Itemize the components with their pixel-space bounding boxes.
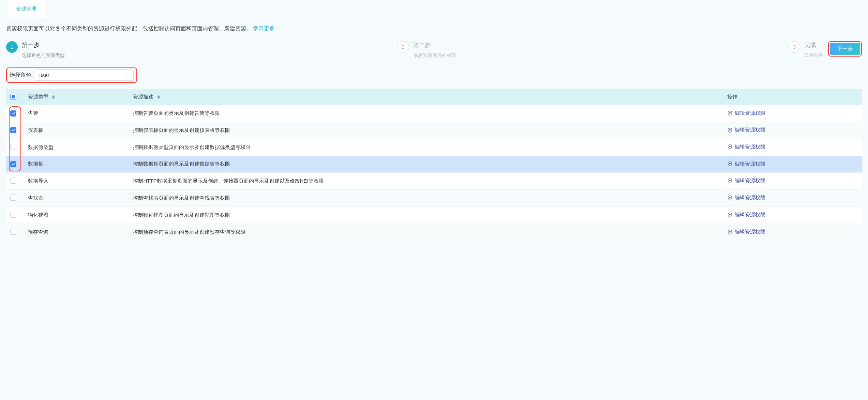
steps-row: 1 第一步 选择角色与资源类型 2 第二步 修改资源项目的权限 3 完成 显示结…	[6, 41, 862, 59]
step-2-number: 2	[398, 41, 409, 53]
row-type: 预存查询	[24, 224, 129, 241]
edit-permission-link[interactable]: 编辑资源权限	[727, 110, 765, 117]
header-checkbox-cell	[6, 89, 24, 105]
step-2: 2 第二步 修改资源项目的权限	[398, 41, 456, 59]
row-checkbox[interactable]	[10, 127, 16, 133]
table-row[interactable]: 查找表控制查找表页面的显示及创建查找表等权限编辑资源权限	[6, 190, 862, 207]
tabs: 资源管理	[6, 0, 862, 18]
svg-marker-1	[52, 97, 55, 99]
tab-resource-management[interactable]: 资源管理	[6, 0, 46, 18]
row-checkbox[interactable]	[10, 229, 16, 235]
row-checkbox[interactable]	[10, 110, 16, 117]
sort-icon	[157, 95, 160, 99]
role-select-value: user	[39, 72, 49, 78]
row-checkbox[interactable]	[10, 178, 16, 184]
row-type: 数据导入	[24, 173, 129, 190]
row-checkbox[interactable]	[10, 212, 16, 218]
row-type: 告警	[24, 105, 129, 122]
header-desc[interactable]: 资源描述	[129, 89, 723, 105]
svg-point-5	[730, 129, 731, 130]
edit-permission-link[interactable]: 编辑资源权限	[727, 127, 765, 133]
header-desc-label: 资源描述	[133, 94, 153, 99]
edit-permission-link[interactable]: 编辑资源权限	[727, 229, 765, 235]
svg-point-10	[730, 214, 731, 215]
row-checkbox[interactable]	[10, 161, 16, 167]
edit-permission-link[interactable]: 编辑资源权限	[727, 178, 765, 184]
svg-point-7	[730, 163, 731, 164]
edit-permission-link[interactable]: 编辑资源权限	[727, 144, 765, 150]
table-row[interactable]: 仪表板控制仪表板页面的显示及创建仪表板等权限编辑资源权限	[6, 122, 862, 139]
edit-permission-link[interactable]: 编辑资源权限	[727, 195, 765, 201]
header-action: 操作	[723, 89, 862, 105]
row-checkbox[interactable]	[10, 144, 16, 150]
row-desc: 控制HTTP数据采集页面的显示及创建、连接器页面的显示及创建以及修改HEI等权限	[129, 173, 723, 190]
header-type-label: 资源类型	[28, 94, 48, 99]
svg-marker-3	[157, 97, 160, 99]
learn-more-link[interactable]: 学习更多	[253, 26, 275, 31]
svg-marker-2	[157, 95, 160, 97]
row-desc: 控制物化视图页面的显示及创建视图等权限	[129, 207, 723, 224]
svg-point-4	[730, 112, 731, 113]
description-text: 资源权限页面可以对各个不同类型的资源进行权限分配，包括控制访问页面和页面内管理、…	[6, 26, 252, 31]
svg-point-11	[730, 231, 731, 232]
role-select-label: 选择角色:	[10, 72, 33, 79]
row-checkbox[interactable]	[10, 195, 16, 201]
step-1: 1 第一步 选择角色与资源类型	[6, 41, 65, 59]
sort-icon	[52, 95, 55, 99]
step-3-number: 3	[789, 41, 800, 53]
svg-point-6	[730, 146, 731, 147]
resource-table: 资源类型 资源描述 操作	[6, 89, 862, 241]
row-desc: 控制数据集页面的显示及创建数据集等权限	[129, 156, 723, 173]
edit-permission-link[interactable]: 编辑资源权限	[727, 161, 765, 167]
row-desc: 控制数据源类型页面的显示及创建数据源类型等权限	[129, 139, 723, 156]
next-button-highlight: 下一步	[828, 41, 862, 57]
step-divider	[461, 47, 784, 47]
svg-marker-0	[52, 95, 55, 97]
step-3-title: 完成	[804, 41, 823, 49]
row-type: 仪表板	[24, 122, 129, 139]
next-step-button[interactable]: 下一步	[830, 43, 860, 55]
row-type: 数据集	[24, 156, 129, 173]
select-all-checkbox[interactable]	[10, 94, 16, 100]
step-1-number: 1	[6, 41, 18, 53]
table-row[interactable]: 数据集控制数据集页面的显示及创建数据集等权限编辑资源权限	[6, 156, 862, 173]
step-divider	[70, 47, 393, 47]
row-desc: 控制查找表页面的显示及创建查找表等权限	[129, 190, 723, 207]
table-row[interactable]: 数据导入控制HTTP数据采集页面的显示及创建、连接器页面的显示及创建以及修改HE…	[6, 173, 862, 190]
resource-table-wrapper: 资源类型 资源描述 操作	[6, 89, 862, 241]
edit-permission-link[interactable]: 编辑资源权限	[727, 212, 765, 218]
row-type: 数据源类型	[24, 139, 129, 156]
page-description: 资源权限页面可以对各个不同类型的资源进行权限分配，包括控制访问页面和页面内管理、…	[6, 24, 862, 33]
step-3-subtitle: 显示结果	[804, 52, 823, 59]
row-desc: 控制告警页面的显示及创建告警等权限	[129, 105, 723, 122]
row-type: 物化视图	[24, 207, 129, 224]
table-row[interactable]: 数据源类型控制数据源类型页面的显示及创建数据源类型等权限编辑资源权限	[6, 139, 862, 156]
step-3: 3 完成 显示结果	[789, 41, 823, 59]
table-row[interactable]: 告警控制告警页面的显示及创建告警等权限编辑资源权限	[6, 105, 862, 122]
row-desc: 控制仪表板页面的显示及创建仪表板等权限	[129, 122, 723, 139]
row-desc: 控制预存查询表页面的显示及创建预存查询等权限	[129, 224, 723, 241]
table-row[interactable]: 物化视图控制物化视图页面的显示及创建视图等权限编辑资源权限	[6, 207, 862, 224]
svg-point-8	[730, 180, 731, 181]
svg-point-9	[730, 197, 731, 198]
header-type[interactable]: 资源类型	[24, 89, 129, 105]
step-2-title: 第二步	[413, 41, 456, 49]
table-row[interactable]: 预存查询控制预存查询表页面的显示及创建预存查询等权限编辑资源权限	[6, 224, 862, 241]
step-1-subtitle: 选择角色与资源类型	[22, 52, 65, 59]
step-2-subtitle: 修改资源项目的权限	[413, 52, 456, 59]
role-select[interactable]: user	[35, 70, 134, 81]
step-1-title: 第一步	[22, 41, 65, 49]
chevron-down-icon	[125, 72, 129, 78]
role-select-highlight: 选择角色: user	[6, 67, 137, 83]
row-type: 查找表	[24, 190, 129, 207]
